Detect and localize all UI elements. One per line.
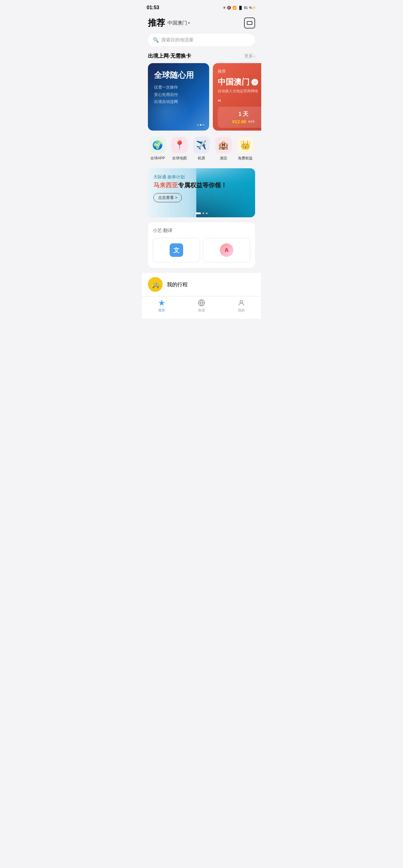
- icon-item-benefits[interactable]: 👑 免费权益: [237, 137, 254, 161]
- card-global[interactable]: 全球随心用 仅需一次操作 安心先用后付 出境自动连网: [148, 63, 209, 130]
- flight-label: 机票: [198, 156, 205, 161]
- card-global-desc: 仅需一次操作 安心先用后付 出境自动连网: [154, 84, 203, 105]
- scan-button[interactable]: [244, 18, 255, 29]
- banner-cta-button[interactable]: 点击查看 >: [154, 193, 182, 202]
- tab-mine-label: 我的: [238, 308, 245, 313]
- section-header-abroad: 出境上网·无需换卡 更多 ›: [142, 51, 261, 63]
- icon-item-global-map[interactable]: 📍 全球地图: [171, 137, 188, 161]
- status-icons: ✳ 🔇 📶 ▐▌ 81 %⚡: [223, 6, 256, 10]
- card-global-line3: 出境自动连网: [154, 98, 203, 105]
- icon-item-hotel[interactable]: 🏨 酒店: [215, 137, 232, 161]
- hotel-label: 酒店: [220, 156, 227, 161]
- global-map-icon: 📍: [171, 137, 188, 153]
- search-input[interactable]: 搜索目的地流量: [161, 37, 194, 43]
- wifi-icon: 📶: [232, 6, 237, 10]
- flight-icon: ✈️: [193, 137, 210, 153]
- tab-discover-label: 发现: [198, 308, 205, 313]
- card-global-title: 全球随心用: [154, 70, 203, 80]
- trip-label: 我的行程: [167, 281, 188, 288]
- translate-card-english[interactable]: A: [203, 238, 250, 262]
- more-label: 更多: [244, 53, 253, 59]
- banner-title-black: 专属权益等你领！: [178, 182, 227, 188]
- location-label: 中国澳门: [168, 20, 187, 26]
- trip-bar[interactable]: 🚕 我的行程: [142, 273, 261, 296]
- mute-icon: 🔇: [227, 6, 231, 10]
- location-selector[interactable]: 中国澳门 ▾: [168, 20, 190, 26]
- trip-icon: 🚕: [148, 277, 163, 292]
- tab-recommend[interactable]: 推荐: [151, 299, 172, 313]
- banner-dots: [195, 212, 208, 214]
- card-global-line1: 仅需一次操作: [154, 84, 203, 91]
- dot1: [197, 124, 199, 126]
- tab-recommend-icon: [158, 299, 166, 307]
- search-bar[interactable]: 🔍 搜索目的地流量: [148, 34, 255, 46]
- battery-icon: %⚡: [249, 6, 256, 10]
- icon-grid: 🌍 全球APP 📍 全球地图 ✈️ 机票 🏨 酒店 👑 免费权益: [142, 130, 261, 166]
- icon-item-flight[interactable]: ✈️ 机票: [193, 137, 210, 161]
- chevron-down-icon: ▾: [188, 21, 190, 25]
- hotel-icon: 🏨: [215, 137, 232, 153]
- banner-content: 天际通·旅券计划 马来西亚专属权益等你领！ 点击查看 >: [148, 168, 255, 209]
- benefits-emoji: 👑: [240, 140, 251, 150]
- promo-subtitle: 自动接入当地运营商网络: [218, 89, 261, 94]
- search-icon: 🔍: [153, 37, 159, 43]
- promo-title-text: 中国澳门: [218, 76, 249, 87]
- chevron-right-icon: ›: [254, 54, 255, 59]
- page-title: 推荐: [148, 17, 165, 29]
- promo-tag: 推荐: [218, 69, 261, 74]
- dot3: [203, 124, 204, 126]
- hotel-emoji: 🏨: [218, 140, 229, 150]
- header: 推荐 中国澳门 ▾: [142, 13, 261, 31]
- banner-dot1: [195, 212, 201, 214]
- translate-card-chinese[interactable]: 文: [153, 238, 200, 262]
- benefits-label: 免费权益: [238, 156, 253, 161]
- global-app-emoji: 🌍: [152, 140, 163, 150]
- flight-emoji: ✈️: [196, 140, 207, 150]
- promo-price-original: ¥15: [248, 119, 255, 124]
- translate-title: 小艺·翻译: [153, 228, 250, 234]
- card-dots: [197, 124, 204, 126]
- tab-mine-icon: [237, 299, 245, 307]
- translate-section: 小艺·翻译 文 A: [148, 222, 255, 268]
- promo-arrow-icon: ›: [251, 79, 258, 86]
- translate-icon-en: A: [220, 243, 233, 257]
- banner-dot2: [202, 212, 204, 214]
- banner-title: 马来西亚专属权益等你领！: [154, 181, 249, 189]
- banner-dot3: [206, 212, 208, 214]
- card-global-line2: 安心先用后付: [154, 91, 203, 98]
- status-time: 01:53: [147, 5, 159, 10]
- promo-title: 中国澳门 ›: [218, 76, 261, 87]
- tab-mine[interactable]: 我的: [231, 299, 252, 313]
- signal-icon: ▐▌: [238, 6, 243, 9]
- global-map-label: 全球地图: [172, 156, 187, 161]
- promo-price-box: 1 天 ¥12.90 ¥15: [218, 107, 261, 128]
- bluetooth-icon: ✳: [223, 6, 226, 10]
- cards-scroll: 全球随心用 仅需一次操作 安心先用后付 出境自动连网 推荐 中国澳门 › 自动接…: [142, 63, 261, 130]
- icon-item-global-app[interactable]: 🌍 全球APP: [149, 137, 166, 161]
- more-button[interactable]: 更多 ›: [244, 53, 255, 59]
- tab-discover-icon: [198, 299, 205, 307]
- header-left: 推荐 中国澳门 ▾: [148, 17, 190, 29]
- promo-quote-icon: ❝: [218, 98, 261, 105]
- dot2: [200, 124, 201, 126]
- promo-prices: ¥12.90 ¥15: [223, 119, 261, 124]
- svg-point-1: [240, 300, 242, 303]
- section-title-abroad: 出境上网·无需换卡: [148, 53, 191, 59]
- tab-recommend-label: 推荐: [158, 308, 165, 313]
- banner-title-red: 马来西亚: [154, 182, 178, 188]
- global-app-label: 全球APP: [150, 156, 165, 161]
- global-map-emoji: 📍: [174, 140, 185, 150]
- tab-discover[interactable]: 发现: [191, 299, 212, 313]
- benefits-icon: 👑: [237, 137, 254, 153]
- promo-days: 1 天: [223, 110, 261, 118]
- tab-bar: 推荐 发现 我的: [142, 296, 261, 319]
- promo-banner[interactable]: 天际通·旅券计划 马来西亚专属权益等你领！ 点击查看 >: [148, 168, 255, 217]
- search-container: 🔍 搜索目的地流量: [142, 31, 261, 51]
- banner-subtitle: 天际通·旅券计划: [154, 175, 249, 180]
- promo-price-current: ¥12.90: [232, 119, 246, 124]
- scan-icon: [247, 21, 252, 25]
- translate-cards: 文 A: [153, 238, 250, 262]
- global-app-icon: 🌍: [149, 137, 166, 153]
- card-promo[interactable]: 推荐 中国澳门 › 自动接入当地运营商网络 ❝ 1 天 ¥12.90 ¥15: [213, 63, 261, 130]
- translate-icon-zh: 文: [170, 243, 183, 257]
